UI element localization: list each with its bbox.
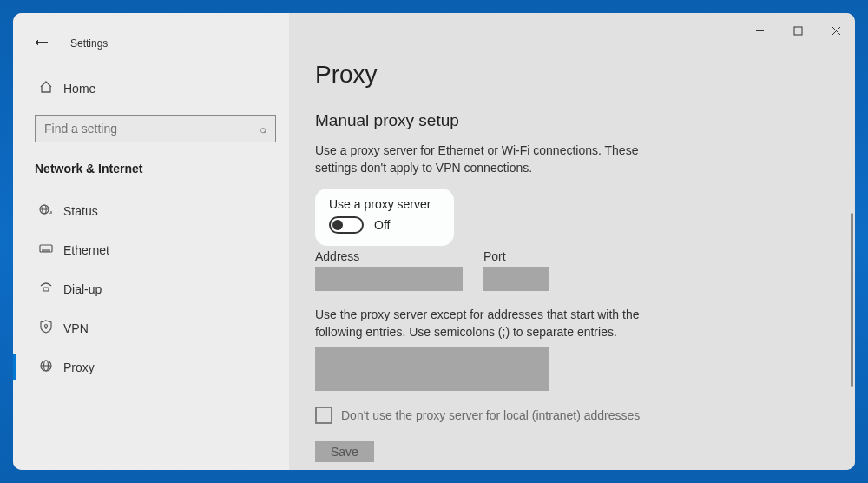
sidebar-category: Network & Internet <box>13 142 289 184</box>
local-checkbox-label: Don't use the proxy server for local (in… <box>341 408 640 422</box>
toggle-state: Off <box>374 218 390 232</box>
section-title: Manual proxy setup <box>315 111 820 130</box>
port-input[interactable] <box>483 267 549 291</box>
svg-rect-11 <box>43 288 49 291</box>
settings-window: 🠔 Settings Home ⌕ Network & Internet <box>13 13 855 470</box>
search-input[interactable] <box>44 122 260 136</box>
settings-title: Settings <box>70 37 108 50</box>
sidebar-item-dialup[interactable]: Dial-up <box>13 269 289 308</box>
sidebar-item-ethernet[interactable]: Ethernet <box>13 230 289 269</box>
close-button[interactable] <box>817 13 855 48</box>
search-icon: ⌕ <box>260 122 266 136</box>
sidebar-item-label: Dial-up <box>63 282 102 296</box>
svg-point-12 <box>45 324 48 327</box>
proxy-toggle-card: Use a proxy server Off <box>315 189 454 246</box>
port-label: Port <box>483 249 549 263</box>
shield-lock-icon <box>39 320 63 337</box>
local-checkbox[interactable] <box>315 407 332 424</box>
header-bar: 🠔 Settings <box>13 26 289 61</box>
minimize-button[interactable] <box>740 13 779 48</box>
globe-bars-icon <box>39 202 63 220</box>
save-button[interactable]: Save <box>315 441 374 462</box>
local-checkbox-row: Don't use the proxy server for local (in… <box>315 407 820 424</box>
sidebar-nav: Status Ethernet <box>13 191 289 387</box>
main-content: Proxy Manual proxy setup Use a proxy ser… <box>289 13 855 470</box>
proxy-toggle[interactable] <box>329 216 364 234</box>
address-input[interactable] <box>315 267 463 291</box>
bypass-description: Use the proxy server except for addresse… <box>315 307 680 341</box>
address-field-group: Address <box>315 249 463 291</box>
scrollbar[interactable] <box>851 213 853 387</box>
sidebar: 🠔 Settings Home ⌕ Network & Internet <box>13 13 289 470</box>
bypass-textarea[interactable] <box>315 347 549 391</box>
home-icon <box>39 80 63 97</box>
sidebar-item-label: Status <box>63 204 98 218</box>
globe-icon <box>39 359 63 376</box>
back-arrow-icon[interactable]: 🠔 <box>35 36 49 51</box>
toggle-row: Off <box>329 216 437 234</box>
svg-rect-18 <box>794 27 802 35</box>
section-description: Use a proxy server for Ethernet or Wi-Fi… <box>315 142 662 176</box>
proxy-fields: Address Port <box>315 249 820 291</box>
search-box[interactable]: ⌕ <box>35 115 276 142</box>
maximize-button[interactable] <box>779 13 817 48</box>
address-label: Address <box>315 249 463 263</box>
sidebar-item-label: VPN <box>63 321 89 335</box>
sidebar-item-status[interactable]: Status <box>13 191 289 230</box>
ethernet-icon <box>39 242 63 259</box>
port-field-group: Port <box>483 249 549 291</box>
home-label: Home <box>63 82 95 96</box>
toggle-label: Use a proxy server <box>329 197 437 211</box>
sidebar-item-label: Ethernet <box>63 243 109 257</box>
dialup-icon <box>39 281 63 298</box>
sidebar-item-vpn[interactable]: VPN <box>13 308 289 347</box>
page-title: Proxy <box>315 61 820 89</box>
sidebar-item-label: Proxy <box>63 361 95 374</box>
window-controls <box>740 13 855 48</box>
toggle-knob <box>332 220 343 230</box>
sidebar-item-home[interactable]: Home <box>13 71 289 106</box>
sidebar-item-proxy[interactable]: Proxy <box>13 347 289 387</box>
